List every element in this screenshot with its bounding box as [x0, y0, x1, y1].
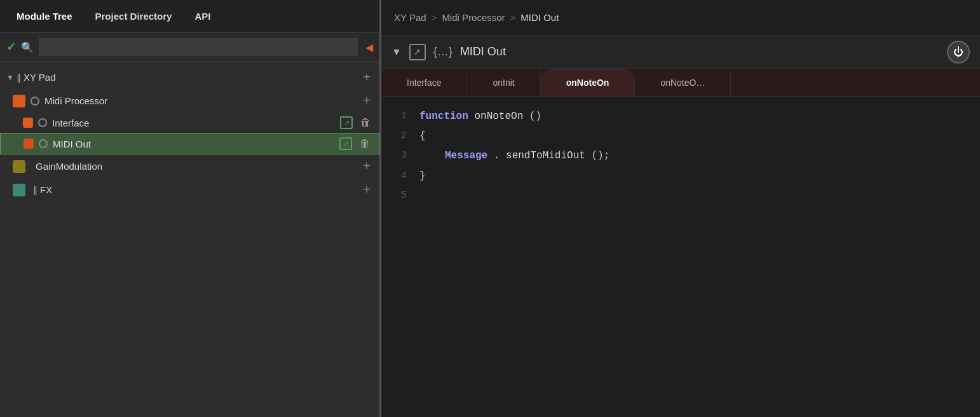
gain-mod-actions: +	[360, 158, 373, 175]
fx-label: FX	[40, 184, 360, 195]
code-method-parens: ();	[591, 150, 609, 161]
search-row: ✓ 🔍 ◀	[0, 33, 379, 62]
code-method-send: sendToMidiOut	[506, 150, 585, 161]
tab-oninit[interactable]: onInit	[467, 69, 540, 96]
search-input[interactable]	[39, 38, 358, 56]
breadcrumb-midi-out[interactable]: MIDI Out	[521, 12, 559, 23]
code-content-4: }	[419, 168, 426, 185]
line-num-1: 1	[381, 108, 419, 125]
tree-item-midi-out[interactable]: MIDI Out ↗ 🗑	[0, 133, 379, 154]
code-brace-close: }	[419, 170, 426, 182]
module-tree-container: ▼ ‖ XY Pad + Midi Processor + Interface …	[0, 62, 379, 417]
module-collapse-button[interactable]: ▼	[391, 46, 402, 58]
breadcrumb-midi-processor[interactable]: Midi Processor	[442, 12, 505, 23]
code-brace-open: {	[419, 130, 426, 142]
code-line-5: 5	[381, 186, 980, 205]
midi-out-export-button[interactable]: ↗	[339, 137, 352, 150]
code-content-3: Message . sendToMidiOut ();	[445, 147, 609, 165]
fx-actions: +	[360, 181, 373, 198]
left-panel: Module Tree Project Directory API ✓ 🔍 ◀ …	[0, 0, 381, 417]
tab-api[interactable]: API	[183, 6, 222, 27]
tab-onnoteOn[interactable]: onNoteOn	[541, 69, 636, 96]
code-line-2: 2 {	[381, 126, 980, 146]
interface-actions: ↗ 🗑	[340, 116, 373, 130]
fx-parallel-icon: ‖	[33, 185, 37, 195]
tab-oninit-label: onInit	[493, 78, 514, 88]
interface-color-box	[23, 118, 33, 128]
xy-pad-actions: +	[360, 69, 373, 86]
code-dot: .	[494, 150, 500, 161]
line-num-4: 4	[381, 168, 419, 184]
module-header: ▼ ↗ {…} MIDI Out ⏻	[381, 36, 980, 69]
check-icon: ✓	[6, 40, 16, 54]
interface-label: Interface	[52, 118, 340, 128]
code-paren-open: ()	[529, 111, 541, 122]
tab-project-directory[interactable]: Project Directory	[84, 6, 184, 27]
code-line-4: 4 }	[381, 167, 980, 186]
midi-processor-add-button[interactable]: +	[360, 92, 373, 109]
line-num-3: 3	[381, 147, 419, 164]
tree-item-xy-pad[interactable]: ▼ ‖ XY Pad +	[0, 65, 379, 89]
code-line-3: 3 Message . sendToMidiOut ();	[381, 146, 980, 166]
tree-item-interface[interactable]: Interface ↗ 🗑	[0, 113, 379, 133]
search-icon: 🔍	[21, 41, 34, 53]
tree-item-midi-processor[interactable]: Midi Processor +	[0, 89, 379, 113]
midi-out-delete-button[interactable]: 🗑	[357, 137, 372, 151]
xy-pad-add-button[interactable]: +	[360, 69, 373, 86]
gain-modulation-label: GainModulation	[36, 161, 360, 172]
tab-onnoteOn-label: onNoteOn	[566, 78, 609, 88]
module-export-button[interactable]: ↗	[409, 44, 426, 60]
interface-export-button[interactable]: ↗	[340, 116, 353, 129]
midi-processor-status-icon	[31, 97, 39, 106]
midi-out-color-box	[24, 139, 34, 149]
fx-color-box	[13, 184, 25, 196]
breadcrumb-bar: XY Pad > Midi Processor > MIDI Out	[381, 0, 980, 36]
code-content-2: {	[419, 128, 426, 145]
line-num-2: 2	[381, 128, 419, 144]
midi-out-actions: ↗ 🗑	[339, 137, 372, 151]
midi-out-label: MIDI Out	[53, 139, 339, 149]
tab-interface-label: Interface	[407, 78, 441, 88]
xy-pad-label: XY Pad	[24, 72, 360, 83]
code-content-1: function onNoteOn ()	[419, 108, 541, 125]
code-func-name: onNoteOn	[474, 111, 523, 122]
interface-status-icon	[38, 118, 47, 127]
tree-item-fx[interactable]: ‖ FX +	[0, 178, 379, 202]
breadcrumb-xy-pad[interactable]: XY Pad	[394, 12, 426, 23]
tab-interface[interactable]: Interface	[381, 69, 467, 96]
module-curly-icon: {…}	[433, 45, 453, 58]
code-keyword-function: function	[419, 111, 468, 122]
code-line-1: 1 function onNoteOn ()	[381, 107, 980, 126]
midi-processor-actions: +	[360, 92, 373, 109]
right-panel: XY Pad > Midi Processor > MIDI Out ▼ ↗ {…	[381, 0, 980, 417]
fx-add-button[interactable]: +	[360, 181, 373, 198]
breadcrumb-sep2: >	[510, 12, 516, 23]
code-editor[interactable]: 1 function onNoteOn () 2 { 3 Message . s…	[381, 97, 980, 417]
module-name: MIDI Out	[460, 45, 939, 58]
breadcrumb-sep1: >	[432, 12, 437, 23]
xy-pad-parallel-icon: ‖	[17, 72, 21, 83]
midi-out-status-icon	[39, 139, 48, 148]
midi-processor-label: Midi Processor	[44, 95, 360, 106]
module-power-button[interactable]: ⏻	[947, 41, 970, 64]
tab-module-tree[interactable]: Module Tree	[5, 6, 84, 27]
tree-item-gain-modulation[interactable]: GainModulation +	[0, 154, 379, 178]
xy-pad-expand-arrow: ▼	[6, 73, 14, 82]
line-num-5: 5	[381, 188, 419, 204]
tab-onnoteo[interactable]: onNoteO…	[635, 69, 731, 96]
code-object-message: Message	[445, 150, 487, 161]
midi-processor-color-box	[13, 95, 25, 107]
module-tree-header: Module Tree Project Directory API	[0, 0, 379, 33]
editor-tabs-bar: Interface onInit onNoteOn onNoteO…	[381, 69, 980, 97]
interface-delete-button[interactable]: 🗑	[358, 116, 373, 130]
gain-mod-add-button[interactable]: +	[360, 158, 373, 175]
resize-handle-icon: ◀	[365, 41, 373, 53]
tab-onnoteo-label: onNoteO…	[660, 78, 705, 88]
gain-mod-color-box	[13, 160, 25, 173]
